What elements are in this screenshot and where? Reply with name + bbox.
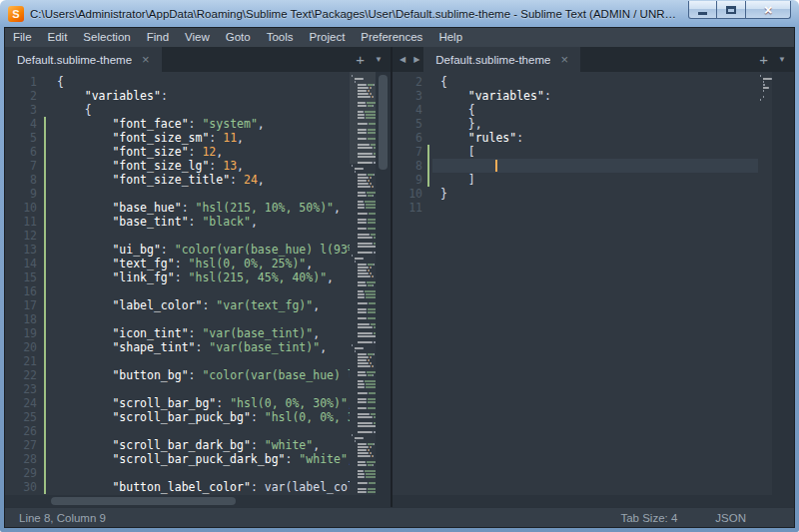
line-number: 1 (5, 75, 49, 89)
line-number: 28 (5, 452, 49, 466)
code-line: 9 (5, 187, 350, 201)
code-text (49, 424, 350, 438)
minimap-line (352, 416, 376, 418)
tab-scroll-forward-icon[interactable]: ▶ (409, 47, 423, 72)
tab-default-sublime-theme[interactable]: Default.sublime-theme × (423, 47, 580, 72)
chevron-down-icon[interactable]: ▼ (375, 56, 383, 64)
code-text: "font_size_lg": 13, (49, 159, 350, 173)
minimap-line (352, 293, 376, 295)
code-line: 13 "ui_bg": "color(var(base_hue) l(93%))… (5, 243, 350, 257)
code-line: 11 "base_tint": "black", (5, 215, 350, 229)
code-text: { (432, 103, 758, 117)
line-number: 10 (393, 187, 432, 201)
minimap-line (760, 84, 772, 86)
menu-item-view[interactable]: View (177, 28, 218, 47)
tab-close-icon[interactable]: × (142, 53, 150, 66)
close-button[interactable]: × (745, 1, 791, 19)
minimap-line (352, 350, 376, 352)
menu-item-file[interactable]: File (5, 28, 40, 47)
cursor-position-status[interactable]: Line 8, Column 9 (5, 512, 106, 524)
code-line: 18 (5, 312, 350, 326)
minimap-left[interactable] (350, 72, 376, 495)
code-text: ] (432, 173, 758, 187)
new-tab-button[interactable]: + (356, 52, 365, 67)
line-number: 11 (393, 201, 432, 215)
new-tab-button[interactable]: + (759, 52, 768, 67)
minimap-line (352, 389, 376, 391)
tab-scroll-back-icon[interactable]: ◀ (393, 47, 409, 72)
modified-line-marker (44, 201, 46, 215)
code-line: 24 "scroll_bar_bg": "hsl(0, 0%, 30%)", (5, 396, 350, 410)
maximize-button[interactable] (717, 1, 745, 19)
minimap-line (352, 308, 376, 310)
minimap-line (352, 252, 376, 254)
minimap-line (352, 404, 376, 406)
modified-line-marker (44, 368, 46, 382)
window-controls: × (688, 1, 791, 19)
minimap-line (352, 467, 376, 469)
line-number: 23 (5, 382, 49, 396)
minimap-line (352, 108, 376, 110)
tab-default-sublime-theme[interactable]: Default.sublime-theme × (5, 47, 162, 72)
modified-line-marker (44, 326, 46, 340)
syntax-indicator[interactable]: JSON (715, 512, 746, 524)
minimap-line (352, 261, 376, 263)
text-cursor (495, 160, 497, 172)
chevron-down-icon[interactable]: ▼ (778, 56, 786, 64)
code-text: "scroll_bar_puck_bg": "hsl(0, 0%, 30%)", (49, 410, 350, 424)
minimap-line (352, 219, 376, 221)
minimap-line (352, 138, 376, 140)
menu-item-tools[interactable]: Tools (259, 28, 302, 47)
horizontal-scrollbar-right[interactable] (393, 495, 794, 507)
modified-line-marker (44, 354, 46, 368)
minimap-line (352, 377, 376, 379)
minimap-line (352, 168, 376, 170)
menu-item-preferences[interactable]: Preferences (353, 28, 430, 47)
menu-item-project[interactable]: Project (302, 28, 354, 47)
code-line: 4 "font_face": "system", (5, 117, 350, 131)
minimap-line (352, 114, 376, 116)
minimap-line (352, 338, 376, 340)
editor-left: 1{2 "variables":3 {4 "font_face": "syste… (5, 72, 391, 495)
vertical-scrollbar-right[interactable] (772, 72, 794, 495)
vertical-scrollbar-left[interactable] (376, 72, 391, 495)
tab-size-indicator[interactable]: Tab Size: 4 (620, 512, 677, 524)
minimap-line (352, 189, 376, 191)
line-number: 9 (5, 187, 49, 201)
minimap-line (352, 305, 376, 307)
minimap-line (352, 326, 376, 328)
minimap-right[interactable] (758, 72, 772, 495)
minimap-line (352, 443, 376, 445)
editor-right: 2{3 "variables":4 {5 },6 "rules":7 [8 9 … (393, 72, 794, 495)
minimap-line (352, 368, 376, 370)
code-editor-left[interactable]: 1{2 "variables":3 {4 "font_face": "syste… (5, 72, 350, 495)
minimap-line (352, 174, 376, 176)
titlebar[interactable]: S C:\Users\Administrator\AppData\Roaming… (4, 0, 795, 27)
tab-close-icon[interactable]: × (560, 53, 568, 66)
minimap-line (352, 141, 376, 143)
menu-item-find[interactable]: Find (139, 28, 177, 47)
line-number: 29 (5, 466, 49, 480)
line-number: 24 (5, 396, 49, 410)
minimap-line (760, 78, 772, 80)
minimap-line (352, 380, 376, 382)
minimap-line (352, 135, 376, 137)
minimap-line (352, 392, 376, 394)
scrollbar-puck[interactable] (379, 75, 388, 170)
minimap-line (352, 177, 376, 179)
line-number: 2 (5, 89, 49, 103)
code-line: 6 "rules": (393, 131, 758, 145)
menu-item-edit[interactable]: Edit (40, 28, 76, 47)
menu-item-help[interactable]: Help (430, 28, 470, 47)
code-text: "text_fg": "hsl(0, 0%, 25%)", (49, 257, 350, 270)
code-editor-right[interactable]: 2{3 "variables":4 {5 },6 "rules":7 [8 9 … (393, 72, 758, 495)
code-text: { (432, 75, 758, 89)
horizontal-scrollbar-left[interactable] (5, 495, 391, 507)
code-line: 3 { (5, 103, 350, 117)
editor-group-right: ◀ ▶ Default.sublime-theme × + ▼ 2{3 "var… (393, 47, 794, 507)
menu-item-selection[interactable]: Selection (75, 28, 138, 47)
scrollbar-puck[interactable] (51, 497, 236, 505)
minimap-line (352, 452, 376, 454)
menu-item-goto[interactable]: Goto (218, 28, 259, 47)
minimize-button[interactable] (688, 1, 717, 19)
